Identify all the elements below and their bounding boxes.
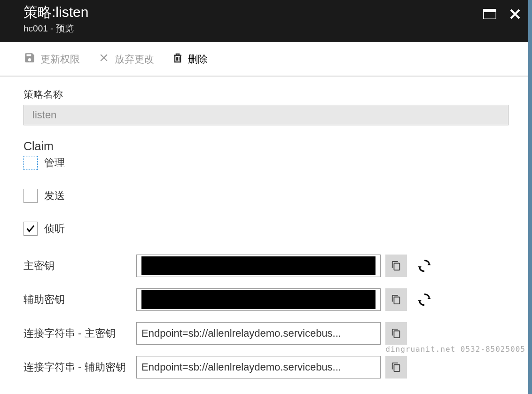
conn-secondary-copy-button[interactable]	[385, 356, 407, 379]
primary-key-copy-button[interactable]	[385, 255, 407, 277]
claim-send-label: 发送	[44, 189, 65, 203]
claim-manage-row: 管理	[23, 156, 509, 170]
claim-manage-label: 管理	[44, 156, 65, 170]
maximize-icon[interactable]	[483, 9, 496, 21]
save-icon	[23, 52, 36, 66]
primary-key-regenerate-button[interactable]	[414, 255, 435, 277]
claim-send-checkbox[interactable]	[23, 189, 38, 203]
discard-label: 放弃更改	[115, 53, 154, 66]
refresh-icon	[417, 293, 431, 307]
conn-primary-row: 连接字符串 - 主密钥 Endpoint=sb://allenlrelaydem…	[23, 322, 509, 345]
discard-icon	[98, 52, 110, 66]
close-icon[interactable]	[509, 8, 521, 22]
policy-name-label: 策略名称	[23, 88, 509, 101]
save-button[interactable]: 更新权限	[23, 52, 80, 66]
policy-name-input[interactable]	[23, 105, 509, 125]
secondary-key-regenerate-button[interactable]	[414, 288, 435, 311]
refresh-icon	[417, 259, 431, 273]
conn-primary-copy-button[interactable]	[385, 322, 407, 345]
claim-send-row: 发送	[23, 189, 509, 203]
blade-subtitle: hc001 - 预览	[23, 23, 509, 35]
right-accent-border	[528, 0, 532, 394]
claim-section-label: Claim	[23, 139, 509, 153]
secondary-key-label: 辅助密钥	[23, 293, 136, 307]
delete-button[interactable]: 删除	[172, 52, 208, 66]
secondary-key-row: 辅助密钥	[23, 288, 509, 311]
save-label: 更新权限	[40, 53, 80, 66]
blade-header: 策略:listen hc001 - 预览	[0, 0, 532, 42]
copy-icon	[391, 294, 401, 306]
claim-listen-checkbox[interactable]	[23, 222, 38, 236]
watermark-text: dingruanit.net 0532-85025005	[385, 345, 525, 354]
conn-primary-label: 连接字符串 - 主密钥	[23, 326, 136, 340]
copy-icon	[391, 327, 401, 340]
conn-primary-field[interactable]: Endpoint=sb://allenlrelaydemo.servicebus…	[136, 322, 381, 345]
primary-key-row: 主密钥	[23, 255, 509, 277]
primary-key-mask	[141, 256, 376, 275]
copy-icon	[391, 260, 401, 272]
blade-title: 策略:listen	[23, 4, 509, 21]
discard-button[interactable]: 放弃更改	[98, 52, 154, 66]
delete-label: 删除	[188, 53, 208, 66]
secondary-key-copy-button[interactable]	[385, 288, 407, 311]
primary-key-field[interactable]	[136, 255, 381, 277]
claim-manage-checkbox[interactable]	[23, 156, 38, 170]
conn-secondary-row: 连接字符串 - 辅助密钥 Endpoint=sb://allenlrelayde…	[23, 356, 509, 379]
window-controls	[483, 8, 521, 22]
toolbar: 更新权限 放弃更改 删除	[0, 42, 532, 77]
claim-listen-row: 侦听	[23, 222, 509, 236]
svg-rect-1	[483, 9, 496, 12]
checkmark-icon	[25, 224, 36, 234]
conn-secondary-label: 连接字符串 - 辅助密钥	[23, 360, 136, 374]
conn-secondary-field[interactable]: Endpoint=sb://allenlrelaydemo.servicebus…	[136, 356, 381, 379]
delete-icon	[172, 52, 183, 66]
primary-key-label: 主密钥	[23, 259, 136, 273]
claim-listen-label: 侦听	[44, 222, 65, 236]
secondary-key-field[interactable]	[136, 288, 381, 311]
secondary-key-mask	[141, 290, 376, 309]
copy-icon	[391, 361, 401, 373]
keys-section: 主密钥 辅助密钥 连接字符串 - 主密钥 E	[23, 255, 509, 379]
